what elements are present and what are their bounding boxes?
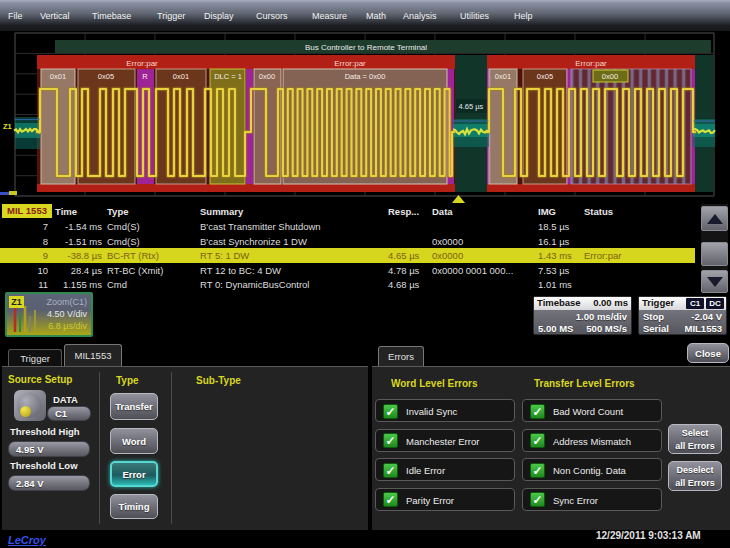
svg-text:0x01: 0x01 (173, 72, 189, 81)
svg-text:Error:par: Error:par (575, 59, 607, 68)
svg-text:0x05: 0x05 (537, 72, 553, 81)
svg-text:0x00: 0x00 (259, 72, 275, 81)
svg-text:DLC = 1: DLC = 1 (214, 72, 242, 81)
svg-text:0x01: 0x01 (50, 72, 66, 81)
svg-text:4.65 µs: 4.65 µs (459, 102, 484, 111)
svg-text:Data = 0x00: Data = 0x00 (345, 72, 386, 81)
svg-text:R: R (142, 72, 148, 81)
svg-text:0x01: 0x01 (495, 72, 511, 81)
svg-text:0x00: 0x00 (602, 72, 618, 81)
svg-text:Error:par: Error:par (126, 59, 158, 68)
svg-text:Bus Controller to Remote Termi: Bus Controller to Remote Terminal (305, 43, 427, 52)
svg-text:Z1: Z1 (3, 122, 12, 131)
svg-text:0x05: 0x05 (98, 72, 114, 81)
svg-text:Error:par: Error:par (334, 59, 366, 68)
